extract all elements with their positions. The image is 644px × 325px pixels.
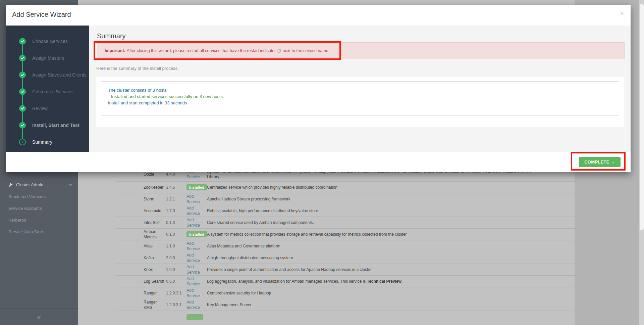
step-label: Review xyxy=(32,106,87,111)
service-version: 2.0.0 xyxy=(166,255,185,261)
restart-warning-alert: Important: After closing this wizard, pl… xyxy=(97,42,625,59)
table-row: Infra Solr 0.1.0 Add Service Core shared… xyxy=(116,217,575,229)
step-status-icon xyxy=(19,55,26,61)
complete-button[interactable]: COMPLETE → xyxy=(579,157,621,167)
service-name: Infra Solr xyxy=(144,220,166,225)
sidebar-item-label: Cluster Admin xyxy=(16,182,43,187)
service-version: 1.0.0 xyxy=(166,267,185,272)
wizard-step[interactable]: 7 Summary xyxy=(19,137,87,147)
add-service-link[interactable]: Add Service xyxy=(186,194,200,204)
add-service-link[interactable]: Add Service xyxy=(186,253,200,263)
restart-icon xyxy=(277,49,281,53)
service-name: Ambari Metrics xyxy=(144,229,166,240)
service-action: Add Service xyxy=(186,276,207,287)
service-action: Add Service xyxy=(186,252,207,263)
chevron-down-icon xyxy=(69,184,72,186)
sidebar-item-label: Stack and Versions xyxy=(8,194,46,199)
sidebar-item-service-auto-start[interactable]: Service Auto Start xyxy=(0,226,78,238)
add-service-link[interactable]: Add Service xyxy=(186,241,200,251)
wizard-step[interactable]: Assign Masters xyxy=(19,53,87,63)
service-description: Centralized service which provides highl… xyxy=(207,185,337,190)
service-name: Knox xyxy=(144,267,166,272)
add-service-link[interactable]: Add Service xyxy=(186,300,200,310)
summary-link[interactable]: Install and start completed in 33 second… xyxy=(108,100,187,105)
sidebar-item-service-accounts[interactable]: Service Accounts xyxy=(0,202,78,214)
page-title: Summary xyxy=(97,32,126,40)
service-action: Add Service xyxy=(186,264,207,275)
add-service-link[interactable]: Add Service xyxy=(186,218,200,228)
step-label: Summary xyxy=(32,139,87,145)
service-version: 1.7.0 xyxy=(166,208,185,214)
table-row: Knox 1.0.0 Add Service Provides a single… xyxy=(116,264,575,276)
technical-preview-label: Technical Preview xyxy=(367,279,401,284)
service-action: Add Service xyxy=(186,194,207,204)
service-description: Robust, scalable, high performance distr… xyxy=(207,208,319,214)
step-label: Install, Start and Test xyxy=(32,123,87,128)
table-row: Ranger KMS 1.2.0.3.1 Add Service Key Man… xyxy=(116,299,575,311)
wizard-content: Summary Important: After closing this wi… xyxy=(89,26,631,152)
summary-intro-text: Here is the summary of the install proce… xyxy=(96,66,179,71)
modal-footer: COMPLETE → xyxy=(6,152,631,172)
service-name: Ranger xyxy=(144,290,166,296)
close-icon[interactable]: × xyxy=(620,10,624,17)
service-description: Provides a single point of authenticatio… xyxy=(207,267,372,272)
step-number: 7 xyxy=(19,139,26,145)
step-label: Customize Services xyxy=(32,89,87,94)
service-version: 4.4.0 xyxy=(166,172,185,177)
add-service-link[interactable]: Add Service xyxy=(186,206,200,216)
sidebar-item-kerberos[interactable]: Kerberos xyxy=(0,214,78,226)
collapse-sidebar-icon[interactable]: « xyxy=(37,314,41,320)
service-description: A system for metrics collection that pro… xyxy=(207,232,407,237)
add-service-link[interactable]: Add Service xyxy=(186,288,200,298)
service-version: 0.1.0 xyxy=(166,220,185,225)
sidebar-item-label: Kerberos xyxy=(8,218,26,223)
app-sidebar-nav: Cluster AdminStack and VersionsService A… xyxy=(0,179,78,238)
table-row: ZooKeeper 3.4.6 Installed Centralized se… xyxy=(116,182,575,193)
modal-header: Add Service Wizard × xyxy=(6,5,631,26)
page-scrollbar[interactable] xyxy=(639,0,644,325)
service-action: Installed xyxy=(186,184,207,190)
wizard-step[interactable]: Choose Services xyxy=(19,37,87,46)
wrench-icon xyxy=(8,183,13,187)
add-service-link[interactable]: Add Service xyxy=(186,265,200,275)
step-status-icon xyxy=(19,122,26,129)
service-name: Kafka xyxy=(144,255,166,261)
wizard-step[interactable]: Customize Services xyxy=(19,87,87,96)
table-row: Accumulo 1.7.0 Add Service Robust, scala… xyxy=(116,205,575,217)
service-action: Add Service xyxy=(186,205,207,216)
service-description: A high-throughput distributed messaging … xyxy=(207,255,293,261)
table-row: Storm 1.2.1 Add Service Apache Hadoop St… xyxy=(116,193,575,205)
service-action: Add Service xyxy=(186,299,207,310)
wizard-step[interactable]: Assign Slaves and Clients xyxy=(19,70,87,80)
service-version: 3.4.6 xyxy=(166,185,185,190)
service-version: 0.5.0 xyxy=(166,279,185,284)
scrollbar-thumb[interactable] xyxy=(640,4,644,230)
service-description: Atlas Metadata and Governance platform xyxy=(207,243,280,249)
service-name: Storm xyxy=(144,196,166,202)
service-name: Accumulo xyxy=(144,208,166,214)
wizard-step[interactable]: Review xyxy=(19,104,87,113)
add-service-link[interactable]: Add Service xyxy=(186,276,200,286)
service-version: 1.2.1 xyxy=(166,196,185,202)
wizard-step[interactable]: Install, Start and Test xyxy=(19,121,87,130)
service-action: Installed xyxy=(186,231,207,237)
add-service-wizard-modal: Add Service Wizard × Choose Services Ass… xyxy=(6,5,631,172)
table-row: Ambari Metrics 0.1.0 Installed A system … xyxy=(116,229,575,240)
modal-title: Add Service Wizard xyxy=(12,11,71,18)
sidebar-item-cluster-admin[interactable]: Cluster Admin xyxy=(0,179,78,191)
sidebar-item-label: Service Auto Start xyxy=(8,229,43,234)
step-label: Assign Slaves and Clients xyxy=(32,72,87,78)
sidebar-item-stack-and-versions[interactable]: Stack and Versions xyxy=(0,191,78,202)
wizard-steps-nav: Choose Services Assign Masters Assign Sl… xyxy=(6,26,89,152)
service-version: 1.2.0.3.1 xyxy=(166,302,185,308)
service-name: Atlas xyxy=(144,243,166,249)
service-name: Log Search xyxy=(144,279,166,284)
service-description: Key Management Server xyxy=(207,302,252,308)
summary-card: The cluster consists of 3 hostsInstalled… xyxy=(96,77,624,127)
installed-badge: Installed xyxy=(186,184,207,190)
step-status-icon xyxy=(19,88,26,95)
service-version: 1.2.0.3.1 xyxy=(166,290,185,296)
service-description: Comprehensive security for Hadoop xyxy=(207,290,271,296)
summary-link[interactable]: The cluster consists of 3 hosts xyxy=(108,88,167,93)
warning-text-after: next to the service name. xyxy=(282,48,329,53)
